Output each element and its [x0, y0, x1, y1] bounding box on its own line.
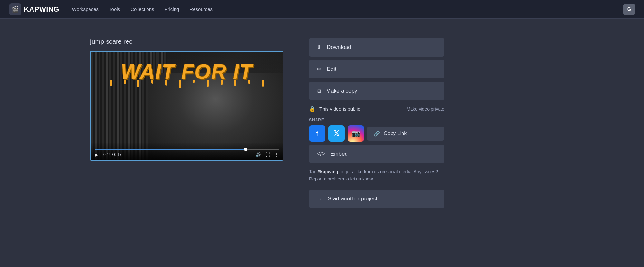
copy-link-button[interactable]: 🔗 Copy Link: [367, 127, 444, 141]
tag-text: Tag #kapwing to get a like from us on so…: [309, 166, 444, 185]
nav-workspaces[interactable]: Workspaces: [72, 6, 99, 12]
link-icon: 🔗: [374, 131, 380, 137]
make-private-link[interactable]: Make video private: [406, 106, 444, 112]
drip: [207, 80, 209, 87]
main-content: jump scare rec WAIT FOR IT: [0, 19, 644, 227]
more-options-button[interactable]: ⋮: [274, 152, 279, 157]
arrow-right-icon: →: [317, 196, 323, 202]
logo-text: KAPWING: [24, 5, 59, 14]
progress-fill: [95, 149, 246, 150]
make-copy-button[interactable]: ⧉ Make a copy: [309, 82, 444, 100]
right-panel: ⬇ Download ✏ Edit ⧉ Make a copy 🔒 This v…: [309, 38, 444, 208]
edit-button[interactable]: ✏ Edit: [309, 60, 444, 78]
start-another-label: Start another project: [328, 196, 377, 202]
logo-icon: 🎬: [9, 3, 21, 15]
drip: [137, 80, 139, 87]
nav-resources[interactable]: Resources: [189, 6, 213, 12]
volume-button[interactable]: 🔊: [255, 152, 261, 157]
embed-label: Embed: [330, 151, 348, 157]
instagram-icon: 📷: [352, 129, 360, 138]
user-avatar[interactable]: G: [623, 4, 635, 15]
drip: [234, 80, 236, 86]
left-panel: jump scare rec WAIT FOR IT: [90, 38, 283, 161]
video-controls: ▶ 0:14 / 0:17 🔊 ⛶ ⋮: [91, 142, 283, 160]
tag-suffix: to let us know.: [344, 176, 374, 181]
time-display: 0:14 / 0:17: [103, 152, 122, 157]
play-pause-button[interactable]: ▶: [95, 152, 98, 157]
drip: [193, 80, 195, 83]
time-total: 0:17: [114, 152, 121, 157]
instagram-share-button[interactable]: 📷: [348, 125, 364, 142]
download-label: Download: [327, 44, 351, 51]
embed-button[interactable]: </> Embed: [309, 145, 444, 163]
facebook-icon: f: [316, 129, 318, 138]
drip: [151, 80, 153, 84]
drip: [248, 80, 250, 84]
visibility-label: This video is public: [319, 106, 360, 112]
twitter-share-button[interactable]: 𝕏: [328, 125, 345, 142]
drip: [221, 80, 223, 85]
logo-link[interactable]: 🎬 KAPWING: [9, 3, 59, 15]
tag-middle: to get a like from us on social media! A…: [338, 169, 438, 174]
edit-icon: ✏: [317, 66, 322, 73]
drip: [165, 80, 167, 86]
fullscreen-button[interactable]: ⛶: [265, 152, 270, 157]
lock-icon: 🔒: [309, 106, 316, 112]
start-another-project-button[interactable]: → Start another project: [309, 190, 444, 208]
nav-pricing[interactable]: Pricing: [165, 6, 179, 12]
video-placeholder: WAIT FOR IT: [91, 52, 283, 160]
navbar: 🎬 KAPWING Workspaces Tools Collections P…: [0, 0, 644, 19]
twitter-icon: 𝕏: [334, 129, 339, 138]
report-problem-link[interactable]: Report a problem: [309, 176, 344, 181]
facebook-share-button[interactable]: f: [309, 125, 325, 142]
visibility-row: 🔒 This video is public Make video privat…: [309, 103, 444, 115]
share-label: SHARE: [309, 118, 444, 122]
controls-row: ▶ 0:14 / 0:17 🔊 ⛶ ⋮: [95, 152, 279, 157]
time-current: 0:14: [103, 152, 111, 157]
copy-icon: ⧉: [317, 87, 321, 94]
embed-icon: </>: [317, 151, 325, 157]
video-title: jump scare rec: [90, 38, 283, 45]
progress-handle: [244, 148, 247, 151]
nav-links: Workspaces Tools Collections Pricing Res…: [72, 6, 348, 12]
download-button[interactable]: ⬇ Download: [309, 38, 444, 57]
progress-bar[interactable]: [95, 149, 279, 150]
share-row: f 𝕏 📷 🔗 Copy Link: [309, 125, 444, 142]
nav-tools[interactable]: Tools: [109, 6, 120, 12]
edit-label: Edit: [327, 66, 336, 72]
drip: [124, 80, 126, 84]
tag-hashtag: #kapwing: [317, 169, 338, 174]
copy-link-label: Copy Link: [384, 131, 407, 136]
tag-prefix: Tag: [309, 169, 317, 174]
drip: [110, 80, 112, 86]
drip: [179, 80, 181, 88]
make-copy-label: Make a copy: [326, 88, 357, 94]
wait-for-it-text: WAIT FOR IT: [91, 61, 283, 82]
download-icon: ⬇: [317, 44, 322, 51]
drip: [262, 80, 264, 87]
share-section: SHARE f 𝕏 📷 🔗 Copy Link: [309, 118, 444, 142]
nav-collections[interactable]: Collections: [130, 6, 154, 12]
video-container[interactable]: WAIT FOR IT: [90, 51, 283, 161]
wait-for-it-overlay: WAIT FOR IT: [91, 61, 283, 88]
